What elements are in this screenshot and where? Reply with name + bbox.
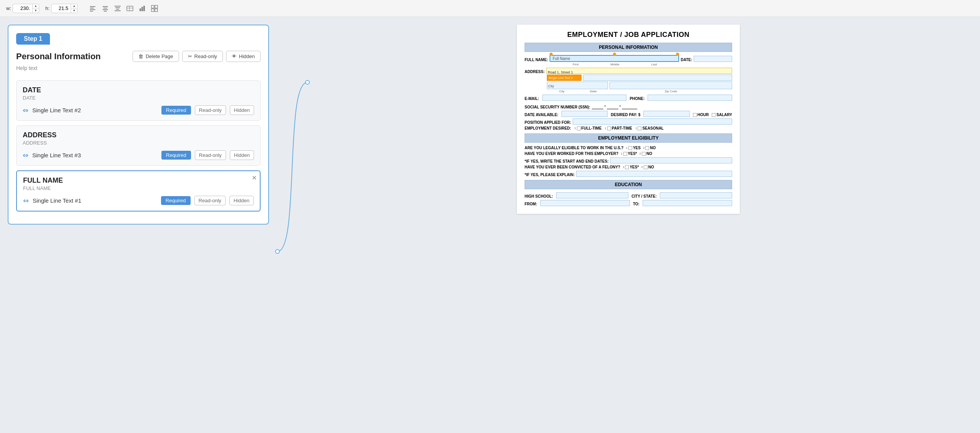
ssn-part1[interactable] [592, 104, 603, 109]
seasonal-checkbox[interactable] [638, 127, 641, 130]
eligible-no-checkbox[interactable] [645, 146, 649, 150]
road-field[interactable]: Road 1, Street 1 [546, 68, 732, 74]
hidden-badge-address[interactable]: Hidden [230, 150, 254, 160]
align-center-icon[interactable] [101, 4, 110, 13]
date-input[interactable] [694, 56, 732, 62]
apt-field[interactable] [583, 75, 732, 81]
fulltime-checkbox[interactable] [577, 127, 581, 130]
felony-no-checkbox[interactable] [644, 165, 648, 169]
felony-no: 2 NO [641, 165, 654, 169]
field-card-address: ADDRESS ADDRESS ⇔ Single Line Text #3 Re… [16, 125, 261, 166]
width-down-arrow[interactable]: ▼ [33, 8, 39, 13]
salary-check: SALARY [712, 113, 732, 117]
city-col: City City State [547, 82, 608, 93]
form-builder-card: Step 1 Personal Information 🗑 Delete Pag… [8, 25, 269, 225]
width-up-arrow[interactable]: ▲ [33, 4, 39, 8]
hidden-badge-fullname[interactable]: Hidden [229, 196, 254, 205]
explain-field[interactable] [576, 171, 732, 177]
zip-field[interactable] [610, 82, 732, 89]
height-input[interactable] [51, 5, 71, 12]
grid-icon[interactable] [150, 4, 159, 13]
readonly-badge-date[interactable]: Read-only [195, 105, 226, 115]
email-field[interactable] [542, 95, 627, 101]
readonly-badge-address[interactable]: Read-only [195, 150, 226, 160]
salary-checkbox[interactable] [712, 113, 716, 117]
no2-label: NO [646, 152, 652, 156]
width-input-group[interactable]: ▲ ▼ [13, 4, 39, 13]
high-school-field[interactable] [556, 192, 628, 198]
form-preview: EMPLOYMENT / JOB APPLICATION PERSONAL IN… [517, 25, 740, 214]
city-text: City [547, 84, 555, 88]
ssn-part3[interactable] [622, 104, 637, 109]
from-field[interactable] [540, 200, 630, 206]
email-phone-row: E-MAIL: PHONE: [525, 95, 732, 101]
felony-yes-label: YES* [630, 165, 639, 169]
distribute-icon[interactable] [113, 4, 122, 13]
delete-page-button[interactable]: 🗑 Delete Page [133, 51, 179, 62]
salary-label: SALARY [716, 113, 732, 117]
eligible-yes-checkbox[interactable] [628, 146, 632, 150]
felony-yes-checkbox[interactable] [625, 165, 629, 169]
no-label: NO [650, 146, 656, 150]
svg-rect-21 [155, 9, 158, 12]
svg-rect-0 [90, 6, 95, 7]
required-badge-date[interactable]: Required [161, 106, 191, 115]
width-control: w: ▲ ▼ [6, 4, 39, 13]
readonly-badge-fullname[interactable]: Read-only [194, 196, 226, 205]
date-available-field[interactable] [561, 111, 608, 117]
hidden-button[interactable]: 👁 Hidden [226, 51, 261, 62]
worked-no-checkbox[interactable] [642, 152, 646, 156]
field-subtitle-date: DATE [23, 95, 254, 101]
svg-rect-15 [140, 8, 141, 11]
field-row-date: ⇔ Single Line Text #2 Required Read-only… [23, 105, 254, 115]
height-spinners[interactable]: ▲ ▼ [71, 4, 77, 13]
address-row2: Single Line Text 3 [525, 75, 732, 81]
phone-label: PHONE: [630, 97, 644, 101]
city-state-field[interactable] [660, 192, 732, 198]
position-row: POSITION APPLIED FOR: [525, 118, 732, 125]
height-down-arrow[interactable]: ▼ [71, 8, 77, 13]
height-up-arrow[interactable]: ▲ [71, 4, 77, 8]
seasonal-label: SEASONAL [642, 126, 664, 130]
single-line-text3-field[interactable]: Single Line Text 3 [547, 75, 581, 81]
hour-checkbox[interactable] [693, 113, 697, 117]
left-panel: Step 1 Personal Information 🗑 Delete Pag… [0, 17, 277, 433]
section-employment-eligibility: EMPLOYMENT ELIGIBILITY [525, 133, 732, 143]
position-label: POSITION APPLIED FOR: [525, 120, 571, 125]
eligible-yes: 1 YES [626, 146, 640, 150]
employment-desired-label: EMPLOYMENT DESIRED: [525, 126, 571, 130]
svg-rect-8 [115, 6, 121, 7]
align-left-icon[interactable] [88, 4, 98, 13]
required-badge-address[interactable]: Required [161, 151, 191, 160]
hour-check: HOUR [693, 113, 709, 117]
fullname-input[interactable]: Full Name [550, 55, 679, 62]
position-field[interactable] [573, 118, 732, 125]
worked-yes-checkbox[interactable] [623, 152, 627, 156]
parttime-check: 1 PART-TIME [605, 126, 632, 130]
required-badge-fullname[interactable]: Required [161, 196, 191, 205]
width-input[interactable] [13, 5, 32, 12]
svg-rect-2 [90, 9, 95, 10]
to-field[interactable] [643, 200, 732, 206]
close-button-fullname[interactable]: ✕ [252, 174, 257, 182]
ssn-part2[interactable] [607, 104, 618, 109]
from-label: FROM: [525, 202, 537, 206]
field-icon-address: ⇔ [23, 151, 28, 160]
width-spinners[interactable]: ▲ ▼ [32, 4, 39, 13]
date-row: DATE: [681, 56, 732, 62]
parttime-checkbox[interactable] [607, 127, 611, 130]
height-label: h: [45, 5, 50, 11]
phone-field[interactable] [648, 95, 732, 101]
start-end-field[interactable] [610, 157, 732, 163]
read-only-button[interactable]: ✂ Read-only [182, 51, 223, 62]
chart-icon[interactable] [138, 4, 147, 13]
desired-pay-field[interactable] [643, 111, 689, 117]
yes-label: YES [633, 146, 641, 150]
city-field[interactable]: City [547, 82, 608, 89]
page-actions: 🗑 Delete Page ✂ Read-only 👁 Hidden [133, 51, 261, 62]
hidden-badge-date[interactable]: Hidden [230, 105, 254, 115]
table-icon[interactable] [125, 4, 135, 13]
svg-rect-18 [151, 5, 154, 8]
height-input-group[interactable]: ▲ ▼ [51, 4, 78, 13]
zip-col: Zip Code [610, 82, 732, 93]
